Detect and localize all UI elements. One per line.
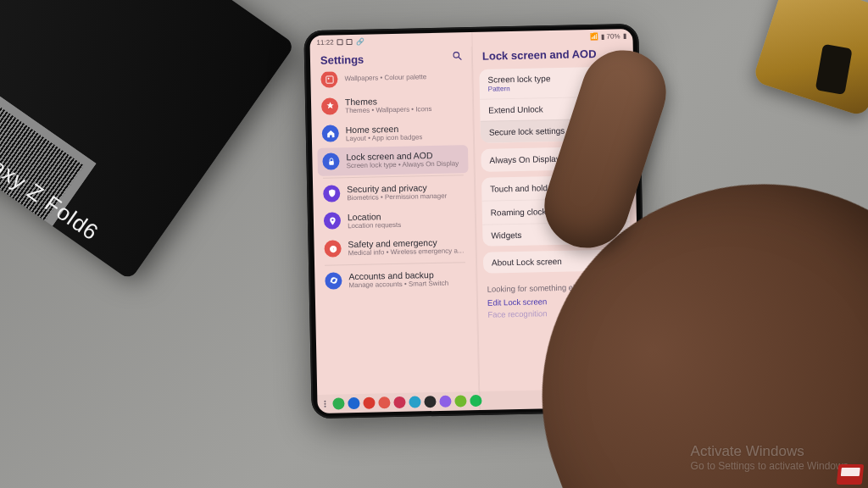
status-battery-label: 70% (606, 32, 620, 40)
svg-rect-2 (326, 75, 332, 82)
settings-item-subtitle: Biometrics • Permission manager (347, 192, 447, 202)
pin-icon (324, 213, 341, 230)
detail-row-label: Widgets (491, 230, 521, 241)
taskbar-app-icon[interactable] (470, 395, 481, 407)
app-drawer-icon[interactable] (324, 401, 326, 408)
settings-item-subtitle: Themes • Wallpapers • Icons (345, 105, 431, 115)
sos-icon: ! (324, 240, 341, 257)
detail-row-label: About Lock screen (492, 257, 562, 268)
status-signal-icon: ▮ (600, 33, 604, 41)
taskbar-app-icon[interactable] (378, 396, 390, 408)
themes-icon (321, 97, 338, 114)
settings-item-subtitle: Layout • App icon badges (346, 133, 423, 142)
settings-item-subtitle: Location requests (348, 221, 401, 230)
taskbar-app-icon[interactable] (332, 397, 344, 409)
settings-master-pane: Settings Wallpapers • Colour palette (310, 47, 479, 395)
detail-row-label: Always On Display (489, 154, 560, 165)
svg-line-1 (459, 57, 461, 59)
search-button[interactable] (452, 50, 463, 64)
home-icon (322, 125, 339, 142)
status-indicator-icon (346, 39, 352, 45)
taskbar-app-icon[interactable] (393, 396, 405, 408)
detail-row-label: Roaming clock (491, 207, 547, 217)
svg-point-0 (453, 53, 459, 58)
svg-rect-4 (329, 161, 334, 165)
status-link-icon: 🔗 (355, 38, 364, 46)
settings-item-sos[interactable]: ! Safety and emergency Medical info • Wi… (319, 232, 470, 263)
taskbar-app-icon[interactable] (424, 396, 436, 408)
settings-item-themes[interactable]: Themes Themes • Wallpapers • Icons (316, 90, 468, 120)
lock-icon (322, 152, 339, 169)
settings-title: Settings (320, 53, 364, 66)
search-icon (452, 50, 463, 61)
settings-item-sync[interactable]: Accounts and backup Manage accounts • Sm… (320, 264, 471, 295)
sync-icon (325, 272, 342, 289)
svg-text:!: ! (332, 247, 333, 251)
taskbar-app-icon[interactable] (439, 396, 451, 408)
settings-item-wallpaper[interactable]: Wallpapers • Colour palette (315, 69, 466, 93)
settings-item-subtitle: Screen lock type • Always On Display (347, 160, 459, 170)
settings-item-pin[interactable]: Location Location requests (319, 205, 470, 236)
detail-row-label: Secure lock settings (489, 126, 565, 137)
shield-icon (323, 185, 340, 202)
settings-item-shield[interactable]: Security and privacy Biometrics • Permis… (318, 177, 470, 208)
settings-item-subtitle: Wallpapers • Colour palette (344, 73, 426, 83)
taskbar-app-icon[interactable] (363, 397, 375, 409)
detail-row-label: Screen lock type (487, 74, 550, 85)
taskbar-app-icon[interactable] (409, 396, 420, 408)
status-indicator-icon (337, 39, 343, 45)
taskbar-app-icon[interactable] (348, 397, 359, 409)
status-time: 11:22 (316, 38, 333, 46)
settings-item-home[interactable]: Home screen Layout • App icon badges (316, 118, 468, 148)
detail-row-label: Extend Unlock (488, 104, 543, 114)
wallpaper-icon (320, 70, 337, 87)
detail-row-sub: Pattern (488, 84, 551, 93)
channel-logo (837, 464, 865, 485)
status-wifi-icon: 📶 (589, 33, 598, 41)
svg-point-3 (327, 77, 329, 79)
taskbar-app-icon[interactable] (454, 395, 466, 407)
status-battery-icon: ▮ (622, 32, 626, 40)
settings-item-subtitle: Manage accounts • Smart Switch (348, 280, 448, 290)
settings-item-subtitle: Medical info • Wireless emergency alerts (348, 247, 465, 258)
settings-item-lock[interactable]: Lock screen and AOD Screen lock type • A… (317, 145, 469, 175)
